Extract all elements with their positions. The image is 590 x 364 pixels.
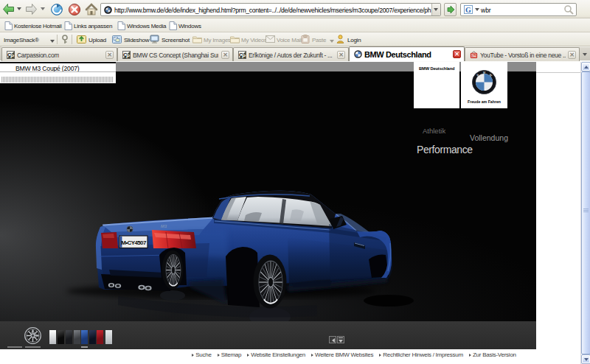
svg-text:M: M bbox=[483, 71, 485, 74]
svg-text:G: G bbox=[465, 6, 471, 14]
svg-text:P: P bbox=[10, 53, 14, 59]
svg-text:M3: M3 bbox=[161, 224, 167, 228]
svg-text:P: P bbox=[242, 53, 246, 59]
svg-text:You: You bbox=[472, 55, 476, 57]
svg-text:P: P bbox=[126, 53, 130, 59]
svg-text:M•CY4507: M•CY4507 bbox=[121, 239, 147, 246]
